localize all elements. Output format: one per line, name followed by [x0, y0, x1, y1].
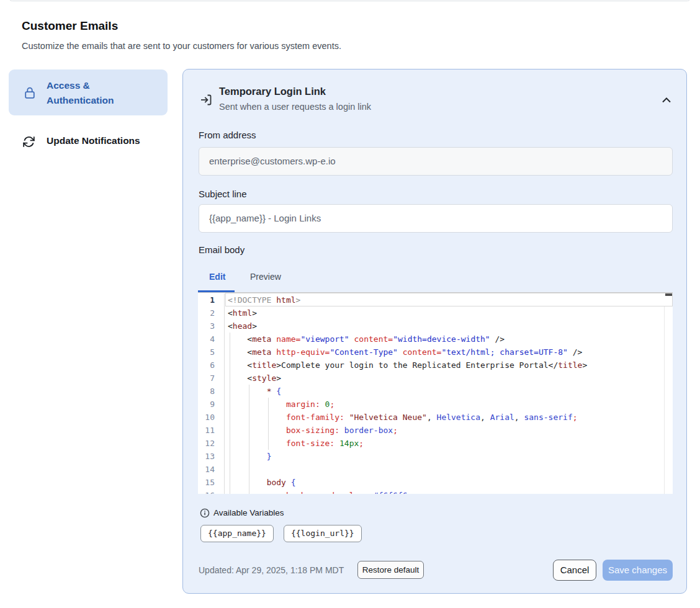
code-line: font-family: "Helvetica Neue", Helvetica… [228, 411, 587, 424]
scrollbar-track [664, 306, 665, 494]
section-subtitle: Sent when a user requests a login link [219, 102, 371, 112]
code-lines: <!DOCTYPE html><html><head> <meta name="… [228, 293, 587, 494]
code-line: font-size: 14px; [228, 437, 587, 450]
code-line: <style> [228, 372, 587, 385]
subject-line-input[interactable]: {{app_name}} - Login Links [199, 204, 673, 233]
code-line: margin: 0; [228, 398, 587, 411]
line-number-gutter: 12345678910111213141516 [198, 293, 225, 494]
log-in-icon [200, 94, 212, 109]
line-number: 3 [198, 320, 215, 333]
indent-guide [268, 398, 269, 450]
save-changes-button[interactable]: Save changes [603, 560, 673, 581]
variable-chip[interactable]: {{app_name}} [200, 525, 274, 542]
page-title: Customer Emails [22, 19, 118, 33]
variable-chips: {{app_name}} {{login_url}} [200, 525, 362, 542]
from-address-label: From address [199, 130, 256, 140]
line-number: 7 [198, 372, 215, 385]
line-number: 5 [198, 346, 215, 359]
line-number: 14 [198, 463, 215, 476]
section-title: Temporary Login Link [219, 86, 326, 97]
refresh-icon [22, 135, 35, 151]
sidebar-item-label: Update Notifications [47, 135, 140, 146]
chevron-up-icon[interactable] [661, 95, 672, 106]
sidebar-item-update-notifications[interactable]: Update Notifications [9, 128, 168, 156]
code-line: <head> [228, 320, 587, 333]
lock-icon [24, 86, 36, 102]
restore-default-button[interactable]: Restore default [357, 561, 424, 579]
tab-preview[interactable]: Preview [250, 272, 281, 282]
code-line: background-color: #f6f6f6; [228, 489, 587, 494]
code-line: <html> [228, 306, 587, 320]
updated-timestamp: Updated: Apr 29, 2025, 1:18 PM MDT [199, 565, 344, 575]
sidebar-item-label: Access & Authentication [47, 78, 133, 108]
code-line: box-sizing: border-box; [228, 424, 587, 437]
page-subtitle: Customize the emails that are sent to yo… [22, 41, 341, 51]
top-divider [9, 0, 691, 1]
code-line: <title>Complete your login to the Replic… [228, 359, 587, 372]
line-number: 13 [198, 450, 215, 463]
line-number: 2 [198, 306, 215, 320]
subject-line-label: Subject line [199, 189, 247, 199]
indent-guide [249, 385, 249, 494]
variable-chip[interactable]: {{login_url}} [284, 525, 362, 542]
scrollbar-thumb[interactable] [665, 293, 672, 296]
available-variables-label: Available Variables [213, 508, 284, 517]
email-body-label: Email body [199, 244, 245, 255]
code-line: <meta http-equiv="Content-Type" content=… [228, 346, 587, 359]
code-line: body { [228, 476, 587, 489]
code-line [228, 463, 587, 476]
code-line: } [228, 450, 587, 463]
line-number: 16 [198, 489, 215, 494]
line-number: 1 [198, 293, 215, 306]
code-editor[interactable]: 12345678910111213141516 <!DOCTYPE html><… [198, 292, 673, 494]
info-icon [200, 508, 210, 521]
email-settings-card: Temporary Login Link Sent when a user re… [182, 69, 687, 594]
cancel-button[interactable]: Cancel [553, 560, 596, 581]
code-line: <meta name="viewport" content="width=dev… [228, 333, 587, 346]
active-line-highlight [225, 293, 673, 306]
line-number: 12 [198, 437, 215, 450]
line-number: 11 [198, 424, 215, 437]
line-number: 15 [198, 476, 215, 489]
sidebar-item-access-authentication[interactable]: Access & Authentication [9, 69, 168, 115]
page: Customer Emails Customize the emails tha… [0, 0, 700, 608]
line-number: 10 [198, 411, 215, 424]
line-number: 9 [198, 398, 215, 411]
line-number: 4 [198, 333, 215, 346]
from-address-input[interactable]: enterprise@customers.wp-e.io [199, 147, 673, 176]
code-line: * { [228, 385, 587, 398]
line-number: 6 [198, 359, 215, 372]
tab-edit[interactable]: Edit [209, 272, 225, 282]
line-number: 8 [198, 385, 215, 398]
indent-guide [230, 333, 230, 494]
